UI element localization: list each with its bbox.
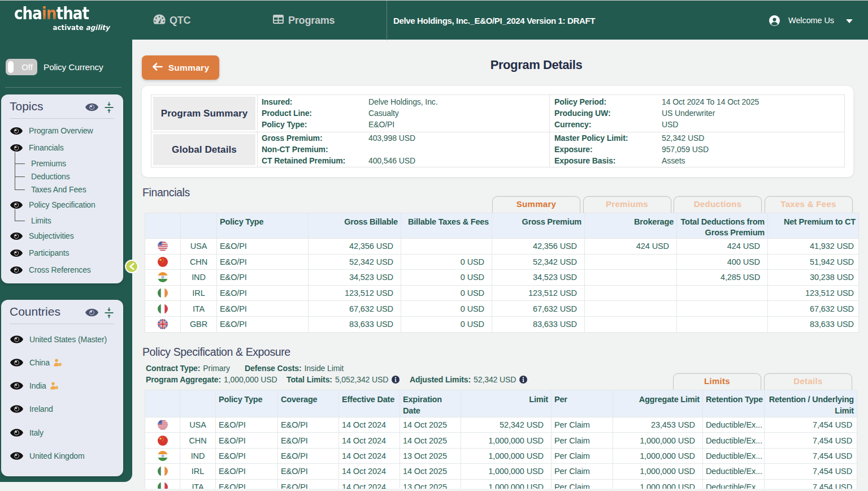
- column-header[interactable]: Gross Billable: [309, 213, 401, 239]
- topic-item-label[interactable]: Subjectivities: [29, 231, 74, 240]
- topic-subitem[interactable]: Premiums: [31, 157, 66, 170]
- country-item[interactable]: Italy: [10, 427, 44, 439]
- column-header[interactable]: Billable Taxes & Fees: [401, 213, 492, 239]
- eye-icon[interactable]: [85, 308, 98, 319]
- eye-icon[interactable]: [10, 144, 23, 152]
- table-row[interactable]: ITAE&O/PIE&O/PI14 Oct 202413 Oct 20251,0…: [145, 479, 857, 489]
- table-row[interactable]: CHNE&O/PIE&O/PI14 Oct 202414 Oct 20251,0…: [145, 433, 857, 448]
- sidebar-collapse-button[interactable]: [125, 260, 138, 273]
- column-header[interactable]: Total Deductions from Gross Premium: [677, 213, 768, 239]
- column-header[interactable]: [180, 390, 216, 417]
- collapse-vertical-icon[interactable]: [105, 307, 114, 321]
- column-header[interactable]: Coverage: [278, 390, 339, 417]
- column-header[interactable]: Aggregate Limit: [613, 390, 703, 417]
- nav-item-qtc[interactable]: QTC: [153, 1, 190, 40]
- country-item-label[interactable]: Ireland: [29, 404, 53, 414]
- column-header[interactable]: [145, 213, 181, 239]
- column-header[interactable]: [181, 213, 217, 239]
- country-item-label[interactable]: United Kingdom: [29, 451, 85, 460]
- country-item[interactable]: Ireland: [10, 403, 53, 415]
- nav-item-programs[interactable]: Programs: [273, 1, 335, 40]
- topic-item[interactable]: Cross References: [10, 264, 91, 276]
- column-header[interactable]: Effective Date: [339, 390, 400, 417]
- tab-details[interactable]: Details: [764, 373, 852, 390]
- eye-icon[interactable]: [10, 266, 23, 274]
- flag-icon-gb: [145, 319, 180, 329]
- topic-item[interactable]: Program Overview: [10, 124, 93, 137]
- eye-icon[interactable]: [10, 382, 23, 390]
- info-icon[interactable]: [519, 376, 527, 384]
- collapse-vertical-icon[interactable]: [105, 102, 114, 115]
- topic-item-label[interactable]: Financials: [29, 143, 64, 152]
- topic-item-label[interactable]: Policy Specification: [29, 200, 96, 209]
- column-header[interactable]: Policy Type: [216, 390, 278, 417]
- country-item[interactable]: China: [10, 356, 62, 369]
- eye-icon[interactable]: [10, 335, 23, 343]
- column-header[interactable]: Expiration Date: [400, 390, 461, 417]
- topic-subitem-label[interactable]: Deductions: [31, 172, 70, 181]
- column-header-label: Coverage: [281, 394, 336, 405]
- tab-taxes-fees[interactable]: Taxes & Fees: [765, 196, 853, 213]
- logo-tagline-italic: agility: [86, 23, 110, 32]
- eye-icon[interactable]: [10, 429, 23, 437]
- user-menu[interactable]: Welcome Us: [769, 1, 853, 40]
- tab-summary[interactable]: Summary: [492, 196, 580, 213]
- info-icon[interactable]: [392, 376, 400, 384]
- eye-icon[interactable]: [10, 405, 23, 413]
- column-header[interactable]: Policy Type: [217, 213, 309, 239]
- policy-currency-toggle[interactable]: Off: [6, 59, 37, 75]
- topic-subitem[interactable]: Taxes And Fees: [31, 183, 86, 196]
- chainthat-logo[interactable]: chainthat activate agility: [14, 5, 127, 32]
- topic-subitem-label[interactable]: Limits: [31, 216, 51, 225]
- table-row[interactable]: IRLE&O/PIE&O/PI14 Oct 202414 Oct 20251,0…: [145, 464, 857, 479]
- table-row[interactable]: USAE&O/PIE&O/PI14 Oct 202414 Oct 202552,…: [145, 417, 857, 433]
- country-item-label[interactable]: India: [29, 381, 46, 390]
- summary-back-button[interactable]: Summary: [142, 55, 219, 80]
- tab-premiums[interactable]: Premiums: [583, 196, 671, 213]
- column-header[interactable]: Gross Premium: [492, 213, 585, 239]
- table-row[interactable]: INDE&O/PIE&O/PI14 Oct 202413 Oct 20251,0…: [145, 448, 857, 463]
- eye-icon[interactable]: [10, 201, 23, 209]
- topic-item-label[interactable]: Participants: [29, 248, 69, 257]
- eye-icon[interactable]: [10, 249, 23, 257]
- table-row[interactable]: ITAE&O/PI67,632 USD0 USD67,632 USD67,632…: [145, 301, 859, 317]
- financials-table: Policy TypeGross BillableBillable Taxes …: [145, 213, 859, 333]
- column-header[interactable]: Brokerage: [585, 213, 677, 239]
- table-row[interactable]: CHNE&O/PI52,342 USD0 USD52,342 USD400 US…: [145, 254, 859, 270]
- column-header[interactable]: Limit: [461, 390, 552, 417]
- tab-limits[interactable]: Limits: [673, 373, 761, 390]
- table-row[interactable]: USAE&O/PI42,356 USD42,356 USD424 USD424 …: [145, 239, 859, 255]
- column-header[interactable]: Net Premium to CT: [768, 213, 859, 239]
- topic-subitem-label[interactable]: Premiums: [31, 159, 66, 168]
- country-item-label[interactable]: United States(Master): [29, 335, 107, 344]
- topic-item-label[interactable]: Program Overview: [29, 126, 93, 135]
- field-value: 957,059 USD: [662, 145, 709, 154]
- country-item[interactable]: United States(Master): [10, 333, 107, 346]
- topic-subitem-label[interactable]: Taxes And Fees: [31, 185, 86, 194]
- country-item[interactable]: India: [10, 380, 59, 392]
- column-header[interactable]: Retention / Underlying Limit: [765, 390, 857, 417]
- topic-item-label[interactable]: Cross References: [29, 265, 91, 274]
- eye-icon[interactable]: [10, 359, 23, 367]
- topic-item[interactable]: Subjectivities: [10, 230, 74, 242]
- topic-item[interactable]: Financials: [10, 141, 64, 154]
- country-item-label[interactable]: China: [29, 358, 50, 367]
- tree-line: [15, 163, 25, 164]
- table-row[interactable]: INDE&O/PI34,523 USD0 USD34,523 USD4,285 …: [145, 270, 859, 286]
- tab-deductions[interactable]: Deductions: [674, 196, 762, 213]
- column-header[interactable]: Per: [552, 390, 613, 417]
- eye-icon[interactable]: [10, 232, 23, 240]
- topic-subitem[interactable]: Deductions: [31, 170, 70, 183]
- table-row[interactable]: IRLE&O/PI123,512 USD0 USD123,512 USD123,…: [145, 285, 859, 301]
- column-header[interactable]: Retention Type: [703, 390, 765, 417]
- eye-icon[interactable]: [85, 103, 98, 114]
- topic-subitem[interactable]: Limits: [31, 214, 51, 227]
- column-header[interactable]: [145, 390, 180, 417]
- country-item-label[interactable]: Italy: [29, 428, 44, 437]
- topic-item[interactable]: Participants: [10, 247, 69, 259]
- country-item[interactable]: United Kingdom: [10, 450, 85, 462]
- eye-icon[interactable]: [10, 127, 23, 135]
- topic-item[interactable]: Policy Specification: [10, 199, 96, 211]
- table-row[interactable]: GBRE&O/PI83,633 USD0 USD83,633 USD83,633…: [145, 316, 859, 332]
- eye-icon[interactable]: [10, 452, 23, 460]
